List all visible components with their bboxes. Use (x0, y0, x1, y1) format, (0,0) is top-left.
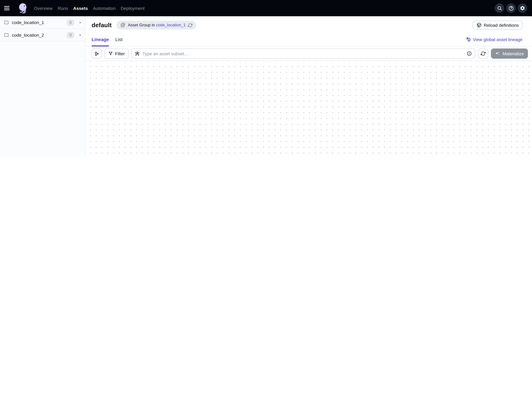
asset-count-badge: 0 (67, 32, 74, 38)
top-navbar: Overview Runs Assets Automation Deployme… (0, 0, 532, 16)
graph-toolbar: Filter (86, 47, 532, 61)
materialize-button[interactable]: Materialize (491, 48, 528, 59)
page-title: default (92, 22, 112, 29)
sidebar-item-code-location-1[interactable]: code_location_1 0 (0, 16, 85, 29)
chevron-right-icon[interactable] (79, 33, 82, 36)
info-icon (466, 51, 472, 56)
sidebar-item-code-location-2[interactable]: code_location_2 0 (0, 29, 85, 41)
reload-definitions-button[interactable]: Reload definitions (473, 21, 522, 29)
tab-bar: Lineage List View global asset lineage (86, 32, 532, 47)
folder-icon (4, 32, 9, 38)
page-header: default Asset Group in code_location (86, 16, 532, 32)
refresh-icon[interactable] (188, 23, 192, 27)
refresh-graph-button[interactable] (478, 48, 488, 59)
search-button[interactable] (495, 3, 504, 13)
dagster-logo[interactable] (17, 2, 28, 14)
chip-prefix: Asset Group in (128, 23, 155, 28)
tab-lineage[interactable]: Lineage (92, 32, 109, 46)
chevron-right-icon[interactable] (79, 21, 82, 24)
dagster-app: Overview Runs Assets Automation Deployme… (0, 0, 532, 157)
gear-icon (520, 5, 525, 11)
filter-button[interactable]: Filter (104, 48, 129, 59)
refresh-icon (481, 51, 485, 56)
nav-item-automation[interactable]: Automation (93, 6, 116, 11)
help-button[interactable] (506, 3, 516, 13)
op-selector-icon (135, 51, 140, 56)
asset-count-badge: 0 (67, 19, 74, 26)
filter-button-label: Filter (115, 51, 125, 56)
hamburger-menu-icon[interactable] (4, 4, 13, 13)
settings-button[interactable] (518, 3, 527, 13)
materialize-label: Materialize (503, 51, 524, 56)
asset-groups-sidebar: code_location_1 0 code_location_2 0 (0, 16, 86, 157)
chip-text: Asset Group in code_location_1 (128, 23, 186, 28)
view-global-asset-lineage-link[interactable]: View global asset lineage (466, 37, 522, 42)
code-location-link[interactable]: code_location_1 (156, 23, 186, 28)
asset-group-main: default Asset Group in code_location (86, 16, 532, 157)
toggle-sidebar-panel-button[interactable] (92, 48, 102, 59)
nav-item-deployment[interactable]: Deployment (121, 6, 145, 11)
code-location-name: code_location_1 (12, 20, 44, 25)
nav-item-overview[interactable]: Overview (34, 6, 53, 11)
funnel-icon (108, 51, 113, 56)
syntax-info-button[interactable] (466, 51, 472, 56)
help-icon (508, 5, 514, 11)
reload-definitions-label: Reload definitions (484, 22, 519, 28)
tab-list[interactable]: List (115, 32, 123, 46)
asset-group-chip: Asset Group in code_location_1 (116, 21, 196, 29)
nav-item-runs[interactable]: Runs (58, 6, 68, 11)
panel-toggle-icon (94, 51, 99, 56)
lineage-graph-canvas[interactable]: Empty graph This graph is empty. Assets … (86, 61, 532, 157)
code-location-list: code_location_1 0 code_location_2 0 (0, 16, 85, 157)
primary-nav: Overview Runs Assets Automation Deployme… (34, 6, 145, 11)
lineage-graph-icon (466, 37, 471, 42)
folder-icon (4, 20, 9, 25)
search-icon (497, 6, 502, 11)
asset-subset-search (131, 48, 475, 59)
asset-subset-input[interactable] (142, 51, 464, 56)
asset-group-icon (120, 22, 125, 28)
navbar-actions (495, 3, 527, 13)
code-location-name: code_location_2 (12, 32, 44, 37)
view-global-label: View global asset lineage (473, 37, 522, 42)
nav-item-assets[interactable]: Assets (73, 6, 88, 11)
sparkles-icon (495, 51, 500, 56)
reload-cube-icon (476, 22, 482, 28)
